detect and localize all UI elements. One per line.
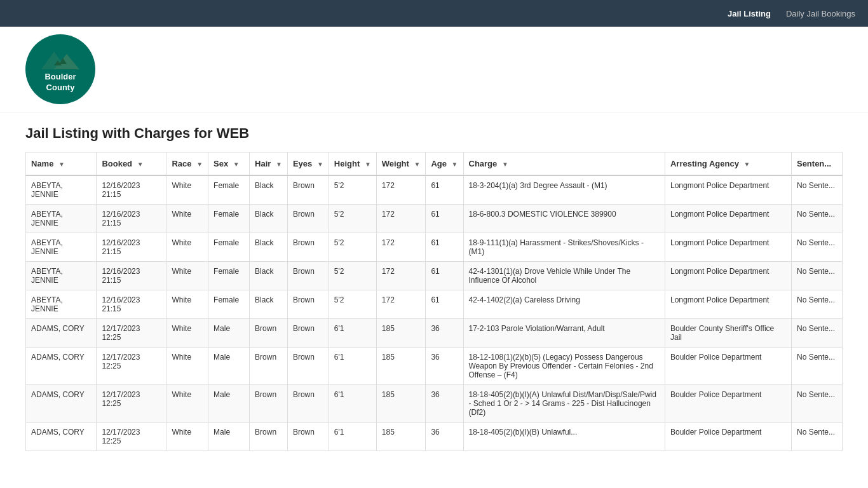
- filter-eyes-icon[interactable]: ▼: [317, 161, 323, 168]
- cell-race: White: [166, 262, 208, 290]
- cell-name: ABEYTA, JENNIE: [26, 290, 97, 319]
- cell-sentence: No Sente...: [791, 319, 842, 348]
- col-header-age[interactable]: Age ▼: [426, 152, 463, 176]
- cell-sentence: No Sente...: [791, 175, 842, 205]
- cell-sex: Female: [208, 262, 250, 290]
- cell-eyes: Brown: [287, 319, 329, 348]
- cell-booked: 12/17/2023 12:25: [97, 348, 166, 385]
- cell-race: White: [166, 385, 208, 423]
- cell-height: 6'1: [329, 319, 376, 348]
- filter-hair-icon[interactable]: ▼: [276, 161, 282, 168]
- cell-agency: Longmont Police Department: [665, 262, 791, 290]
- cell-weight: 172: [376, 233, 426, 262]
- cell-charge: 18-18-405(2)(b)(I)(B) Unlawful...: [463, 423, 665, 451]
- cell-hair: Brown: [250, 348, 288, 385]
- cell-agency: Longmont Police Department: [665, 233, 791, 262]
- cell-charge: 17-2-103 Parole Violation/Warrant, Adult: [463, 319, 665, 348]
- cell-sex: Male: [208, 348, 250, 385]
- jail-listing-link[interactable]: Jail Listing: [728, 9, 771, 18]
- logo-mountain-icon: [25, 45, 95, 71]
- col-header-name[interactable]: Name ▼: [26, 152, 97, 176]
- col-header-charge[interactable]: Charge ▼: [463, 152, 665, 176]
- col-header-hair[interactable]: Hair ▼: [250, 152, 288, 176]
- filter-charge-icon[interactable]: ▼: [502, 161, 508, 168]
- cell-height: 6'1: [329, 423, 376, 451]
- cell-agency: Boulder Police Department: [665, 385, 791, 423]
- col-header-weight[interactable]: Weight ▼: [376, 152, 426, 176]
- cell-eyes: Brown: [287, 348, 329, 385]
- cell-sentence: No Sente...: [791, 205, 842, 233]
- cell-height: 5'2: [329, 233, 376, 262]
- col-header-sentence[interactable]: Senten...: [791, 152, 842, 176]
- cell-sentence: No Sente...: [791, 423, 842, 451]
- cell-agency: Longmont Police Department: [665, 205, 791, 233]
- filter-booked-icon[interactable]: ▼: [137, 161, 144, 168]
- filter-race-icon[interactable]: ▼: [196, 161, 203, 168]
- cell-height: 5'2: [329, 175, 376, 205]
- daily-jail-bookings-link[interactable]: Daily Jail Bookings: [786, 9, 855, 18]
- table-row: ADAMS, CORY12/17/2023 12:25WhiteMaleBrow…: [26, 319, 843, 348]
- cell-sex: Female: [208, 205, 250, 233]
- cell-booked: 12/16/2023 21:15: [97, 233, 166, 262]
- col-header-agency[interactable]: Arresting Agency ▼: [665, 152, 791, 176]
- cell-eyes: Brown: [287, 262, 329, 290]
- cell-booked: 12/16/2023 21:15: [97, 262, 166, 290]
- cell-name: ABEYTA, JENNIE: [26, 233, 97, 262]
- table-row: ABEYTA, JENNIE12/16/2023 21:15WhiteFemal…: [26, 262, 843, 290]
- jail-table-container: Name ▼ Booked ▼ Race ▼ Sex ▼: [25, 152, 843, 451]
- table-row: ABEYTA, JENNIE12/16/2023 21:15WhiteFemal…: [26, 233, 843, 262]
- logo-text: BoulderCounty: [44, 72, 76, 93]
- cell-booked: 12/16/2023 21:15: [97, 290, 166, 319]
- cell-booked: 12/17/2023 12:25: [97, 385, 166, 423]
- cell-weight: 172: [376, 290, 426, 319]
- logo: BoulderCounty: [25, 34, 95, 104]
- col-header-sex[interactable]: Sex ▼: [208, 152, 250, 176]
- cell-charge: 18-3-204(1)(a) 3rd Degree Assault - (M1): [463, 175, 665, 205]
- col-header-race[interactable]: Race ▼: [166, 152, 208, 176]
- cell-height: 6'1: [329, 385, 376, 423]
- cell-weight: 185: [376, 423, 426, 451]
- table-row: ADAMS, CORY12/17/2023 12:25WhiteMaleBrow…: [26, 385, 843, 423]
- cell-hair: Black: [250, 205, 288, 233]
- cell-sex: Male: [208, 319, 250, 348]
- table-row: ABEYTA, JENNIE12/16/2023 21:15WhiteFemal…: [26, 175, 843, 205]
- jail-table: Name ▼ Booked ▼ Race ▼ Sex ▼: [25, 152, 843, 451]
- cell-agency: Boulder County Sheriff's Office Jail: [665, 319, 791, 348]
- cell-eyes: Brown: [287, 290, 329, 319]
- cell-weight: 185: [376, 319, 426, 348]
- filter-weight-icon[interactable]: ▼: [414, 161, 421, 168]
- cell-eyes: Brown: [287, 205, 329, 233]
- filter-agency-icon[interactable]: ▼: [744, 161, 750, 168]
- filter-sex-icon[interactable]: ▼: [233, 161, 240, 168]
- cell-race: White: [166, 205, 208, 233]
- cell-hair: Black: [250, 175, 288, 205]
- cell-sex: Female: [208, 290, 250, 319]
- logo-area: BoulderCounty: [0, 27, 868, 112]
- filter-height-icon[interactable]: ▼: [365, 161, 371, 168]
- cell-sex: Female: [208, 233, 250, 262]
- cell-eyes: Brown: [287, 175, 329, 205]
- cell-height: 5'2: [329, 205, 376, 233]
- cell-age: 36: [426, 348, 463, 385]
- col-header-eyes[interactable]: Eyes ▼: [287, 152, 329, 176]
- col-header-height[interactable]: Height ▼: [329, 152, 376, 176]
- cell-sex: Male: [208, 423, 250, 451]
- cell-agency: Longmont Police Department: [665, 175, 791, 205]
- cell-weight: 185: [376, 348, 426, 385]
- cell-sentence: No Sente...: [791, 385, 842, 423]
- cell-age: 36: [426, 385, 463, 423]
- cell-race: White: [166, 290, 208, 319]
- cell-hair: Brown: [250, 423, 288, 451]
- table-header: Name ▼ Booked ▼ Race ▼ Sex ▼: [26, 152, 843, 176]
- cell-age: 61: [426, 233, 463, 262]
- cell-race: White: [166, 348, 208, 385]
- cell-name: ADAMS, CORY: [26, 385, 97, 423]
- cell-agency: Boulder Police Department: [665, 423, 791, 451]
- filter-age-icon[interactable]: ▼: [452, 161, 458, 168]
- col-header-booked[interactable]: Booked ▼: [97, 152, 166, 176]
- filter-name-icon[interactable]: ▼: [58, 161, 65, 168]
- cell-name: ABEYTA, JENNIE: [26, 205, 97, 233]
- cell-hair: Black: [250, 290, 288, 319]
- cell-charge: 42-4-1402(2)(a) Careless Driving: [463, 290, 665, 319]
- cell-race: White: [166, 319, 208, 348]
